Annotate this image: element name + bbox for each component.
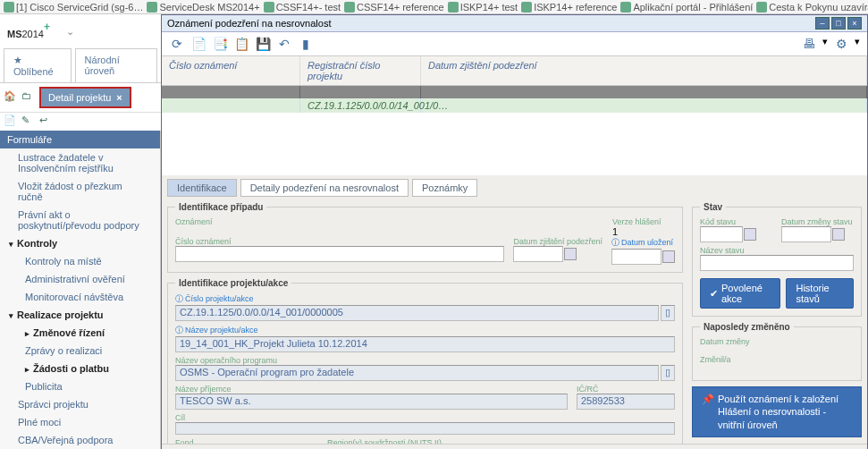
- fieldset-identifikace-pripadu: Identifikace případu Oznámení Verze hláš…: [167, 202, 683, 273]
- new-icon[interactable]: 📄: [190, 36, 206, 52]
- tab-national[interactable]: Národní úroveň: [75, 48, 157, 82]
- fieldset-identifikace-projektu: Identifikace projektu/akce Číslo projekt…: [167, 278, 683, 444]
- browser-tab[interactable]: ISKP14+ reference: [521, 2, 617, 13]
- tab-icon: [344, 2, 355, 13]
- datum-zmeny-input: [781, 226, 831, 242]
- browser-tab[interactable]: [1] Cisco ServiceGrid (sg-6…: [4, 2, 143, 13]
- tab-poznamky[interactable]: Poznámky: [412, 179, 477, 197]
- tab-detaily[interactable]: Detaily podezření na nesrovnalost: [240, 179, 409, 197]
- undo-icon[interactable]: ↶: [276, 36, 292, 52]
- sidebar-item[interactable]: Plné moci: [0, 413, 160, 431]
- nazev-stavu-input: [700, 255, 854, 271]
- grid-filter-row[interactable]: [162, 86, 867, 98]
- tool-icon[interactable]: 📄: [4, 114, 18, 129]
- browser-tab-strip: [1] Cisco ServiceGrid (sg-6… ServiceDesk…: [0, 0, 868, 14]
- nazev-projektu-input: 19_14_001_HK_Projekt Julieta 10.12.2014: [175, 336, 675, 352]
- close-button[interactable]: ×: [847, 17, 862, 30]
- sidebar-item[interactable]: Správci projektu: [0, 395, 160, 413]
- calendar-icon[interactable]: [662, 250, 675, 263]
- browser-tab[interactable]: ServiceDesk MS2014+: [147, 2, 259, 13]
- tab-icon: [147, 2, 157, 13]
- browser-tab[interactable]: CSSF14+ reference: [344, 2, 444, 13]
- povolene-akce-button[interactable]: ✔ Povolené akce: [700, 278, 780, 309]
- datum-ulozeni-input[interactable]: [611, 249, 662, 265]
- fieldset-stav: Stav Kód stavu Datum změny stavu Název s…: [692, 202, 862, 317]
- cil-input: [175, 422, 675, 435]
- minimize-button[interactable]: –: [815, 17, 830, 30]
- tab-identifikace[interactable]: Identifikace: [167, 179, 237, 197]
- app-logo: MS2014+: [7, 20, 50, 43]
- historie-stavu-button[interactable]: Historie stavů: [786, 278, 854, 309]
- browser-tab[interactable]: Cesta k Pokynu uzavírání …: [756, 2, 868, 13]
- maximize-button[interactable]: □: [831, 17, 846, 30]
- window-title: Oznámení podezření na nesrovnalost: [167, 18, 331, 29]
- tab-icon: [264, 2, 274, 13]
- sidebar-header: Formuláře: [0, 131, 160, 148]
- sidebar-item[interactable]: Kontroly: [0, 234, 160, 252]
- left-panel: MS2014+ ⌄ ★ Oblíbené Národní úroveň 🏠 🗀 …: [0, 14, 161, 449]
- tab-icon: [4, 2, 14, 13]
- browser-tab[interactable]: Aplikační portál - Přihlášení: [620, 2, 753, 13]
- browser-tab[interactable]: ISKP14+ test: [448, 2, 518, 13]
- grid-row[interactable]: CZ.19.1.125/0.0/0.0/14_001/0…: [162, 98, 867, 113]
- home-icon[interactable]: 🏠: [4, 90, 18, 105]
- sidebar-item[interactable]: CBA/Veřejná podpora: [0, 431, 160, 449]
- tab-favourites[interactable]: ★ Oblíbené: [4, 48, 72, 82]
- sidebar-item[interactable]: Změnové řízení: [0, 324, 160, 342]
- calendar-icon[interactable]: [564, 248, 577, 260]
- verze-value: 1: [612, 226, 675, 237]
- cislo-oznameni-input[interactable]: [175, 246, 504, 262]
- calendar-icon[interactable]: [832, 228, 845, 241]
- grid-body: [162, 113, 867, 175]
- datum-zjisteni-input[interactable]: [513, 246, 563, 262]
- logo-row: MS2014+ ⌄: [0, 14, 161, 48]
- lookup-button[interactable]: ▯: [661, 365, 675, 381]
- sidebar: Formuláře Lustrace žadatele v Insolvenčn…: [0, 131, 161, 449]
- copy-icon[interactable]: 📑: [212, 36, 228, 52]
- sidebar-item[interactable]: Kontroly na místě: [0, 252, 160, 270]
- sidebar-item[interactable]: Žádosti o platbu: [0, 360, 160, 377]
- sidebar-item[interactable]: Zprávy o realizaci: [0, 342, 160, 360]
- folder-icon[interactable]: 🗀: [21, 90, 36, 105]
- ic-input: 25892533: [577, 394, 675, 410]
- breadcrumb-detail-projektu[interactable]: Detail projektu×: [39, 87, 131, 108]
- pin-icon: 📌: [702, 393, 714, 405]
- sidebar-item[interactable]: Administrativní ověření: [0, 270, 160, 288]
- tab-icon: [448, 2, 459, 13]
- fieldset-naposledy-zmeneno: Naposledy změněno Datum změny Změnil/a: [692, 322, 862, 381]
- tool-icon[interactable]: ✎: [21, 114, 36, 129]
- browser-tab[interactable]: CSSF14+- test: [264, 2, 341, 13]
- chevron-down-icon[interactable]: ⌄: [66, 26, 74, 38]
- col-datum-zjisteni[interactable]: Datum zjištění podezření: [421, 56, 867, 85]
- sidebar-item[interactable]: Vložit žádost o přezkum ručně: [0, 177, 160, 206]
- print-icon[interactable]: 🖶: [801, 36, 817, 52]
- sidebar-item[interactable]: Publicita: [0, 377, 160, 395]
- col-cislo-oznameni[interactable]: Číslo oznámení: [162, 56, 300, 85]
- save-icon[interactable]: 💾: [255, 36, 271, 52]
- op-input: OSMS - Operační program pro žadatele: [175, 365, 659, 381]
- pouzit-oznameni-button[interactable]: 📌 Použít oznámení k založeníHlášení o ne…: [692, 386, 862, 437]
- kod-stavu-input: [700, 226, 743, 242]
- sidebar-item[interactable]: Právní akt o poskytnutí/převodu podpory: [0, 206, 160, 234]
- prijemce-input: TESCO SW a.s.: [175, 394, 568, 410]
- page-icon[interactable]: ▮: [298, 36, 314, 52]
- refresh-icon[interactable]: ⟳: [169, 36, 185, 52]
- cislo-projektu-input[interactable]: CZ.19.1.125/0.0/0.0/14_001/0000005: [175, 305, 659, 321]
- close-icon[interactable]: ×: [116, 92, 122, 103]
- tool-icon[interactable]: ↩: [39, 114, 54, 129]
- tab-icon: [756, 2, 767, 13]
- edit-icon[interactable]: 📋: [233, 36, 249, 52]
- col-reg-cislo[interactable]: Registrační číslo projektu: [300, 56, 421, 85]
- tab-icon: [620, 2, 631, 13]
- grid-header: Číslo oznámení Registrační číslo projekt…: [162, 56, 867, 86]
- sidebar-item[interactable]: Realizace projektu: [0, 306, 160, 324]
- sidebar-item[interactable]: Lustrace žadatele v Insolvenčním rejstří…: [0, 148, 160, 177]
- lookup-button[interactable]: ▯: [661, 305, 675, 321]
- settings-icon[interactable]: ⚙: [833, 36, 849, 52]
- modal-window: Oznámení podezření na nesrovnalost – □ ×…: [161, 14, 868, 449]
- lookup-icon[interactable]: [744, 228, 756, 241]
- tab-icon: [521, 2, 532, 13]
- sidebar-item[interactable]: Monitorovací návštěva: [0, 288, 160, 306]
